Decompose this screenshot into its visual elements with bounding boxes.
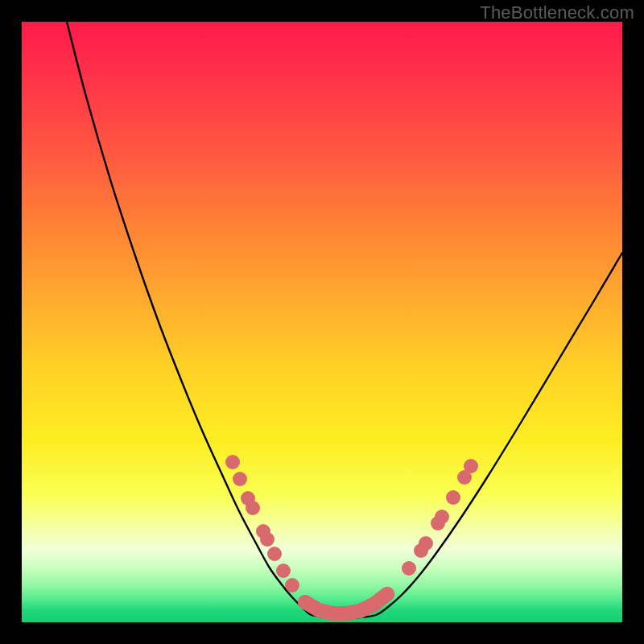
curve-group <box>67 22 622 618</box>
data-dot <box>435 510 449 524</box>
data-dot <box>339 606 353 621</box>
data-dot <box>267 547 282 561</box>
outer-frame: TheBottleneck.com <box>0 0 644 644</box>
data-dot <box>276 564 291 578</box>
data-dot <box>298 595 312 609</box>
plot-area <box>22 22 622 622</box>
data-dots <box>225 455 478 621</box>
data-dot <box>446 490 460 505</box>
data-dot <box>260 532 275 547</box>
watermark-text: TheBottleneck.com <box>480 2 634 23</box>
bottleneck-curve <box>67 22 622 618</box>
data-dot <box>464 459 478 473</box>
data-dot <box>380 587 394 601</box>
data-dot <box>285 578 299 592</box>
data-dot <box>402 561 416 576</box>
chart-svg <box>22 22 622 622</box>
data-dot <box>312 603 326 617</box>
data-dot <box>419 536 433 551</box>
data-dot <box>246 501 260 515</box>
data-dot <box>353 604 367 618</box>
data-dot <box>225 455 240 469</box>
data-dot <box>366 597 381 612</box>
data-dot <box>233 472 247 486</box>
data-dot <box>325 606 340 621</box>
